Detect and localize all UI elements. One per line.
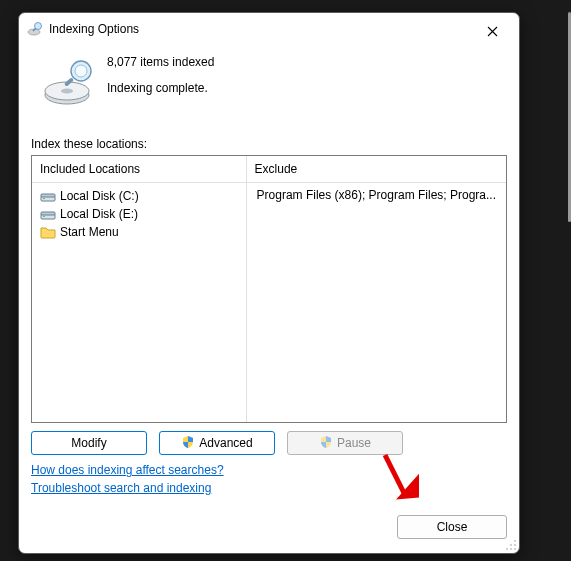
included-header[interactable]: Included Locations — [32, 156, 246, 183]
status-row: 8,077 items indexed Indexing complete. — [31, 49, 507, 113]
svg-point-18 — [510, 544, 512, 546]
svg-point-22 — [514, 548, 516, 550]
close-icon — [487, 26, 498, 37]
svg-point-17 — [514, 540, 516, 542]
pause-button: Pause — [287, 431, 403, 455]
svg-point-20 — [506, 548, 508, 550]
close-button[interactable]: Close — [397, 515, 507, 539]
svg-point-19 — [514, 544, 516, 546]
svg-rect-15 — [41, 212, 55, 215]
footer: Close — [19, 507, 519, 553]
svg-point-21 — [510, 548, 512, 550]
shield-icon — [181, 435, 195, 452]
list-item-label: Local Disk (E:) — [60, 207, 138, 221]
titlebar: Indexing Options — [19, 13, 519, 43]
excluded-header[interactable]: Exclude — [247, 156, 506, 183]
excluded-column: Exclude Program Files (x86); Program Fil… — [246, 156, 506, 422]
indexing-icon — [27, 21, 43, 37]
locations-label: Index these locations: — [31, 137, 507, 151]
window-close-button[interactable] — [471, 17, 513, 41]
help-links: How does indexing affect searches? Troub… — [31, 459, 507, 499]
excluded-body: Program Files (x86); Program Files; Prog… — [247, 183, 506, 422]
advanced-button[interactable]: Advanced — [159, 431, 275, 455]
indexing-state: Indexing complete. — [107, 81, 507, 95]
list-item[interactable]: Program Files (x86); Program Files; Prog… — [253, 187, 500, 203]
resize-grip-icon[interactable] — [505, 539, 517, 551]
svg-rect-12 — [41, 194, 55, 197]
svg-point-9 — [75, 65, 87, 77]
list-item[interactable]: Local Disk (C:) — [38, 187, 240, 205]
svg-point-1 — [35, 23, 42, 30]
indexing-options-dialog: Indexing Options 8,077 items ind — [18, 12, 520, 554]
included-body: Local Disk (C:) Local Disk (E:) Start Me… — [32, 183, 246, 422]
svg-point-13 — [43, 198, 45, 200]
list-item[interactable]: Start Menu — [38, 223, 240, 241]
modify-button[interactable]: Modify — [31, 431, 147, 455]
button-row: Modify Advanced — [31, 431, 507, 455]
list-item[interactable]: Local Disk (E:) — [38, 205, 240, 223]
list-item-label: Start Menu — [60, 225, 119, 239]
included-column: Included Locations Local Disk (C:) Local… — [32, 156, 246, 422]
drive-icon — [40, 206, 56, 222]
shield-icon — [319, 435, 333, 452]
status-text: 8,077 items indexed Indexing complete. — [107, 49, 507, 113]
dialog-body: 8,077 items indexed Indexing complete. I… — [19, 43, 519, 507]
window-title: Indexing Options — [49, 22, 471, 36]
troubleshoot-link[interactable]: Troubleshoot search and indexing — [31, 481, 211, 495]
svg-point-16 — [43, 216, 45, 218]
locations-listbox[interactable]: Included Locations Local Disk (C:) Local… — [31, 155, 507, 423]
indexing-large-icon — [37, 49, 101, 113]
drive-icon — [40, 188, 56, 204]
svg-point-7 — [61, 89, 73, 94]
list-item-label: Local Disk (C:) — [60, 189, 139, 203]
indexed-count: 8,077 items indexed — [107, 55, 507, 69]
how-indexing-link[interactable]: How does indexing affect searches? — [31, 463, 224, 477]
folder-icon — [40, 224, 56, 240]
